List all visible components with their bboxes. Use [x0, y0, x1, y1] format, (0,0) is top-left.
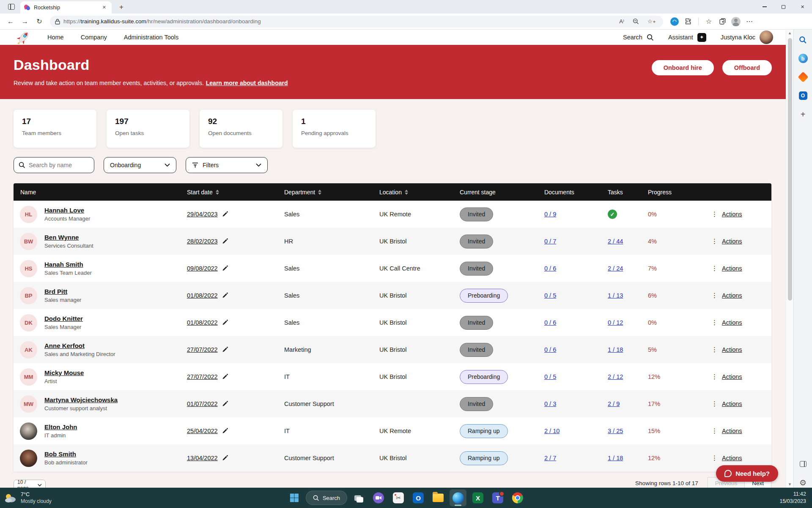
sidebar-search-icon[interactable] [798, 35, 808, 45]
actions-button[interactable]: ⋮ Actions [699, 210, 771, 218]
taskbar-search[interactable]: Search [306, 491, 347, 505]
header-location[interactable]: Location [379, 189, 460, 196]
actions-link[interactable]: Actions [722, 238, 742, 245]
actions-link[interactable]: Actions [722, 265, 742, 272]
actions-link[interactable]: Actions [722, 400, 742, 407]
start-date-link[interactable]: 01/08/2022 [187, 292, 218, 299]
window-maximize-button[interactable] [774, 0, 793, 14]
documents-link[interactable]: 0 / 6 [544, 265, 556, 272]
add-sidebar-item-icon[interactable]: + [798, 109, 808, 119]
header-department[interactable]: Department [284, 189, 379, 196]
new-tab-button[interactable]: + [116, 3, 127, 11]
bing-chat-icon[interactable]: b [798, 53, 808, 64]
documents-link[interactable]: 0 / 5 [544, 292, 556, 299]
actions-button[interactable]: ⋮ Actions [699, 346, 771, 353]
scroll-up-icon[interactable]: ▲ [788, 30, 792, 36]
scroll-down-icon[interactable]: ▼ [788, 481, 792, 488]
actions-button[interactable]: ⋮ Actions [699, 400, 771, 408]
start-date-link[interactable]: 29/04/2023 [187, 211, 218, 218]
read-aloud-icon[interactable]: A⁾ [617, 18, 627, 25]
nav-home[interactable]: Home [47, 34, 64, 41]
task-view-icon[interactable] [350, 489, 367, 506]
zoom-out-icon[interactable] [630, 18, 642, 25]
tasks-link[interactable]: 2 / 24 [608, 265, 623, 272]
more-menu-icon[interactable]: ⋯ [743, 16, 756, 28]
extensions-puzzle-icon[interactable] [682, 16, 694, 28]
forward-button[interactable]: → [19, 16, 31, 28]
start-date-link[interactable]: 01/08/2022 [187, 319, 218, 326]
filters-dropdown[interactable]: Filters [186, 157, 268, 173]
edit-date-icon[interactable] [222, 455, 228, 461]
collections-icon[interactable] [716, 16, 729, 28]
stage-dropdown[interactable]: Onboarding [104, 157, 176, 173]
start-date-link[interactable]: 27/07/2022 [187, 346, 218, 353]
tasks-link[interactable]: 2 / 44 [608, 238, 623, 245]
actions-button[interactable]: ⋮ Actions [699, 265, 771, 272]
actions-button[interactable]: ⋮ Actions [699, 427, 771, 435]
need-help-button[interactable]: Need help? [716, 465, 778, 482]
nav-company[interactable]: Company [81, 34, 107, 41]
documents-link[interactable]: 0 / 9 [544, 211, 556, 218]
tasks-link[interactable]: 0 / 12 [608, 319, 623, 326]
browser-extension-icon[interactable]: ◠ [668, 16, 681, 28]
actions-button[interactable]: ⋮ Actions [699, 454, 771, 462]
tasks-link[interactable]: 2 / 12 [608, 373, 623, 380]
page-scrollbar[interactable]: ▲ ▼ [786, 30, 793, 488]
page-size-select[interactable]: 10 / page [14, 480, 46, 488]
search-by-name-box[interactable] [14, 157, 94, 173]
tasks-link[interactable]: 1 / 13 [608, 292, 623, 299]
employee-name-link[interactable]: Anne Kerfoot [44, 342, 115, 349]
weather-widget[interactable]: 7°C Mostly cloudy [0, 491, 52, 504]
chrome-icon[interactable] [509, 489, 526, 506]
actions-button[interactable]: ⋮ Actions [699, 237, 771, 245]
nav-assistant[interactable]: Assistant ✦ [668, 33, 706, 42]
edit-date-icon[interactable] [222, 238, 228, 244]
window-minimize-button[interactable] [755, 0, 774, 14]
actions-link[interactable]: Actions [722, 292, 742, 299]
search-input[interactable] [29, 162, 84, 168]
teams-icon[interactable]: T [489, 489, 506, 506]
user-menu[interactable]: Justyna Kloc [721, 30, 773, 44]
taskbar-clock[interactable]: 11:42 15/03/2023 [779, 491, 812, 505]
microsoft-365-icon[interactable] [798, 72, 808, 82]
employee-name-link[interactable]: Dodo Knitter [44, 315, 83, 322]
sidebar-settings-icon[interactable]: ⚙ [798, 478, 808, 488]
header-start-date[interactable]: Start date [187, 189, 284, 196]
employee-name-link[interactable]: Martyna Wojciechowska [44, 396, 118, 403]
outlook-icon[interactable]: O [410, 489, 427, 506]
documents-link[interactable]: 0 / 6 [544, 319, 556, 326]
sort-icon[interactable] [318, 190, 321, 195]
sort-icon[interactable] [405, 190, 408, 195]
tasks-link[interactable]: 2 / 9 [608, 400, 620, 407]
tasks-link[interactable]: 1 / 18 [608, 455, 623, 461]
address-bar[interactable]: https://training.kallidus-suite.com/hr/n… [50, 16, 663, 28]
meet-camera-icon[interactable] [370, 489, 387, 506]
outlook-icon[interactable]: O [798, 91, 808, 101]
start-button[interactable] [286, 489, 303, 506]
documents-link[interactable]: 0 / 7 [544, 238, 556, 245]
browser-tab[interactable]: Rocketship ✕ [20, 1, 112, 14]
edit-date-icon[interactable] [222, 428, 228, 434]
file-explorer-icon[interactable] [430, 489, 447, 506]
actions-button[interactable]: ⋮ Actions [699, 292, 771, 299]
nav-search[interactable]: Search [623, 34, 654, 41]
actions-button[interactable]: ⋮ Actions [699, 319, 771, 326]
actions-link[interactable]: Actions [722, 346, 742, 353]
favorites-bar-icon[interactable]: ☆ [702, 16, 715, 28]
edit-date-icon[interactable] [222, 211, 228, 217]
edit-date-icon[interactable] [222, 347, 228, 353]
start-date-link[interactable]: 28/02/2023 [187, 238, 218, 245]
snipping-tool-icon[interactable]: ✂ [390, 489, 407, 506]
employee-name-link[interactable]: Hanah Smith [44, 261, 92, 268]
start-date-link[interactable]: 09/08/2022 [187, 265, 218, 272]
tab-close-icon[interactable]: ✕ [101, 4, 108, 11]
actions-link[interactable]: Actions [722, 428, 742, 434]
employee-name-link[interactable]: Hannah Love [44, 207, 90, 214]
employee-name-link[interactable]: Micky Mouse [44, 369, 84, 376]
start-date-link[interactable]: 01/07/2022 [187, 400, 218, 407]
sort-icon[interactable] [216, 190, 219, 195]
documents-link[interactable]: 0 / 3 [544, 400, 556, 407]
edit-date-icon[interactable] [222, 320, 228, 326]
excel-icon[interactable]: X [469, 489, 486, 506]
actions-link[interactable]: Actions [722, 319, 742, 326]
